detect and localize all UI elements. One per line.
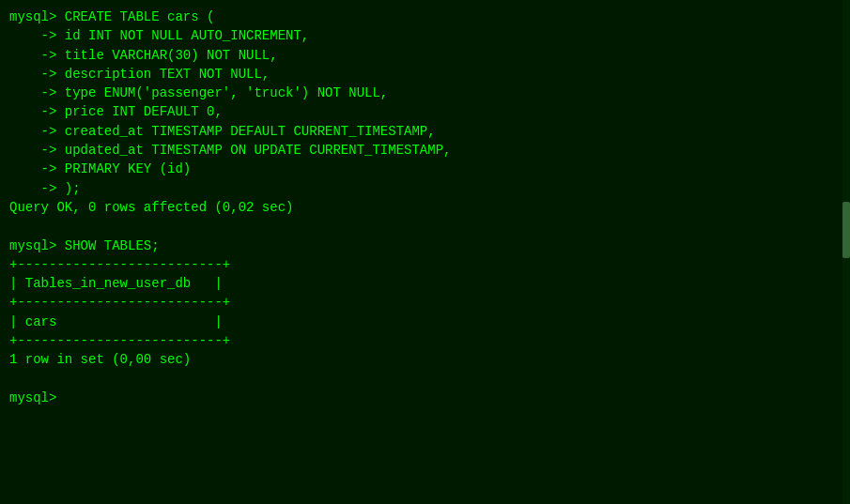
terminal-window[interactable]: mysql> CREATE TABLE cars ( -> id INT NOT… (0, 0, 850, 504)
scrollbar-thumb[interactable] (842, 202, 850, 258)
scrollbar[interactable] (842, 0, 850, 504)
terminal-output: mysql> CREATE TABLE cars ( -> id INT NOT… (9, 8, 841, 407)
